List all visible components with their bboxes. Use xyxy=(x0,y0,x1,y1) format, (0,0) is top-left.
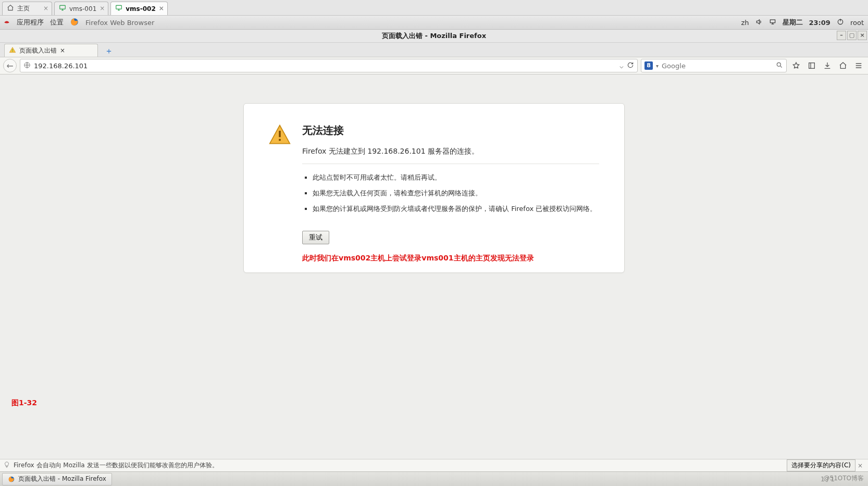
firefox-nav-toolbar: ← 192.168.26.101 ⌵ 8 ▾ xyxy=(0,57,868,74)
menu-places[interactable]: 位置 xyxy=(50,18,64,27)
minimize-button[interactable]: – xyxy=(837,31,846,40)
clock-time[interactable]: 23:09 xyxy=(809,19,830,27)
clock-day[interactable]: 星期二 xyxy=(783,18,803,27)
svg-rect-11 xyxy=(279,139,281,141)
search-input[interactable] xyxy=(662,62,773,70)
vm-tab-label: vms-002 xyxy=(126,5,156,13)
power-icon[interactable] xyxy=(837,18,844,27)
back-button[interactable]: ← xyxy=(3,59,17,72)
volume-icon[interactable] xyxy=(755,18,763,27)
sidebar-icon[interactable] xyxy=(805,59,818,72)
close-button[interactable]: × xyxy=(858,31,867,40)
figure-label: 图1-32 xyxy=(11,398,37,408)
privacy-text: Firefox 会自动向 Mozilla 发送一些数据以便我们能够改善您的用户体… xyxy=(14,461,218,470)
monitor-icon xyxy=(59,4,66,13)
reload-icon[interactable] xyxy=(627,61,634,70)
error-bullet-list: 此站点暂时不可用或者太忙。请稍后再试。 如果您无法载入任何页面，请检查您计算机的… xyxy=(302,172,599,214)
search-bar[interactable]: 8 ▾ xyxy=(641,59,787,72)
close-icon[interactable]: × xyxy=(60,47,65,54)
svg-rect-3 xyxy=(770,19,775,22)
annotation-text: 此时我们在vms002主机上尝试登录vms001主机的主页发现无法登录 xyxy=(302,254,599,263)
maximize-button[interactable]: ▢ xyxy=(847,31,857,40)
input-method-indicator[interactable]: zh xyxy=(741,19,749,27)
globe-icon xyxy=(23,61,31,70)
firefox-tab-label: 页面载入出错 xyxy=(19,46,57,55)
error-bullet: 如果您无法载入任何页面，请检查您计算机的网络连接。 xyxy=(313,188,599,198)
vm-tab-vms001[interactable]: vms-001 × xyxy=(54,2,108,15)
vm-tab-home[interactable]: 主页 × xyxy=(2,2,52,15)
watermark: @51OTO博客 xyxy=(824,474,864,483)
retry-button[interactable]: 重试 xyxy=(302,231,329,244)
svg-rect-5 xyxy=(12,49,13,51)
bookmark-star-icon[interactable] xyxy=(790,59,802,72)
divider xyxy=(302,164,599,164)
taskbar-app-firefox[interactable]: 页面载入出错 - Mozilla Firefox xyxy=(2,473,112,485)
dropdown-history-icon[interactable]: ⌵ xyxy=(619,62,624,70)
warning-icon xyxy=(269,123,291,147)
close-icon[interactable]: × xyxy=(159,5,164,12)
firefox-tab-strip: 页面载入出错 × ＋ xyxy=(0,43,868,57)
vm-tab-label: vms-001 xyxy=(69,5,96,13)
chevron-down-icon[interactable]: ▾ xyxy=(656,63,659,69)
downloads-icon[interactable] xyxy=(821,59,834,72)
window-titlebar: 页面载入出错 - Mozilla Firefox – ▢ × xyxy=(0,30,868,43)
network-icon[interactable] xyxy=(769,18,776,27)
menu-icon[interactable] xyxy=(852,59,865,72)
vm-tab-vms002[interactable]: vms-002 × xyxy=(110,2,168,15)
url-text: 192.168.26.101 xyxy=(34,62,88,70)
firefox-tab-error[interactable]: 页面载入出错 × xyxy=(4,44,98,57)
home-icon xyxy=(7,4,14,13)
firefox-tooltip: Firefox Web Browser xyxy=(85,19,154,27)
warning-icon xyxy=(9,46,16,55)
error-title: 无法连接 xyxy=(302,123,599,138)
search-icon[interactable] xyxy=(776,61,783,70)
gnome-top-panel: 应用程序 位置 Firefox Web Browser zh 星期二 23:09… xyxy=(0,16,868,30)
google-engine-icon[interactable]: 8 xyxy=(644,61,653,70)
monitor-icon xyxy=(115,4,122,13)
error-page-card: 无法连接 Firefox 无法建立到 192.168.26.101 服务器的连接… xyxy=(243,103,625,273)
svg-rect-9 xyxy=(809,63,815,69)
svg-point-8 xyxy=(777,63,780,66)
url-bar[interactable]: 192.168.26.101 ⌵ xyxy=(20,59,638,72)
close-icon[interactable]: × xyxy=(43,5,48,12)
close-icon[interactable]: × xyxy=(855,462,865,469)
close-icon[interactable]: × xyxy=(100,5,105,12)
svg-rect-6 xyxy=(12,51,13,52)
choose-share-button[interactable]: 选择要分享的内容(C) xyxy=(787,459,855,471)
user-name[interactable]: root xyxy=(850,19,864,27)
svg-rect-1 xyxy=(116,5,122,9)
vm-tab-label: 主页 xyxy=(17,4,30,13)
error-bullet: 如果您的计算机或网络受到防火墙或者代理服务器的保护，请确认 Firefox 已被… xyxy=(313,204,599,214)
gnome-taskbar: 页面载入出错 - Mozilla Firefox xyxy=(0,471,868,486)
window-title: 页面载入出错 - Mozilla Firefox xyxy=(382,31,486,41)
redhat-icon xyxy=(3,18,10,27)
new-tab-button[interactable]: ＋ xyxy=(102,45,116,57)
page-viewport: 无法连接 Firefox 无法建立到 192.168.26.101 服务器的连接… xyxy=(0,74,868,408)
error-message: Firefox 无法建立到 192.168.26.101 服务器的连接。 xyxy=(302,147,599,156)
home-icon[interactable] xyxy=(837,59,849,72)
menu-applications[interactable]: 应用程序 xyxy=(17,18,44,27)
firefox-privacy-bar: Firefox 会自动向 Mozilla 发送一些数据以便我们能够改善您的用户体… xyxy=(0,459,868,471)
error-bullet: 此站点暂时不可用或者太忙。请稍后再试。 xyxy=(313,172,599,183)
firefox-launcher-icon[interactable] xyxy=(70,17,79,28)
vm-tab-strip: 主页 × vms-001 × vms-002 × xyxy=(0,0,868,16)
svg-rect-10 xyxy=(279,131,281,137)
taskbar-app-label: 页面载入出错 - Mozilla Firefox xyxy=(18,475,106,483)
lightbulb-icon xyxy=(3,461,14,470)
svg-rect-0 xyxy=(60,5,66,9)
